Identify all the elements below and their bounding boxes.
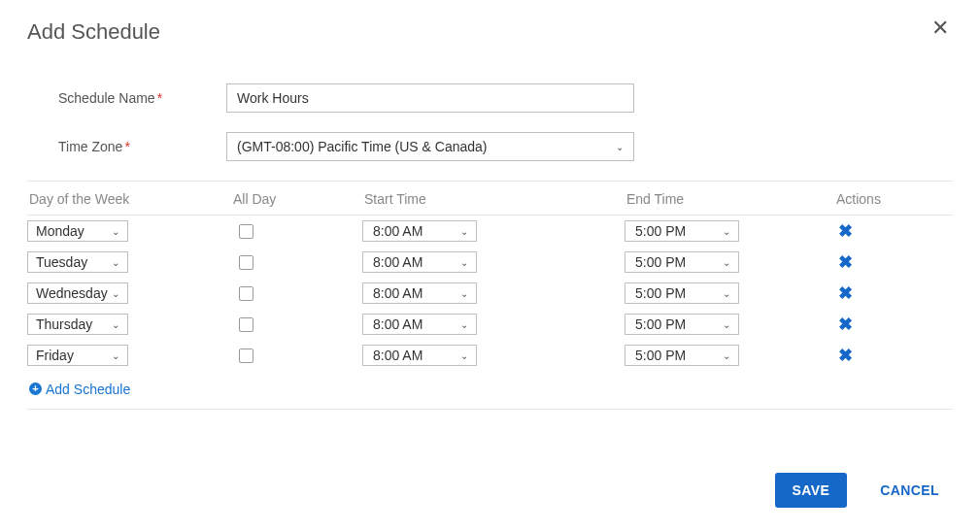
start-time-value: 8:00 AM xyxy=(371,316,422,332)
start-time-select[interactable]: 8:00 AM⌄ xyxy=(362,220,477,242)
table-row: Thursday⌄8:00 AM⌄5:00 PM⌄✖ xyxy=(27,309,953,340)
time-zone-row: Time Zone* (GMT-08:00) Pacific Time (US … xyxy=(27,132,953,161)
chevron-down-icon: ⌄ xyxy=(112,288,119,299)
time-zone-label: Time Zone* xyxy=(27,139,226,154)
start-time-select[interactable]: 8:00 AM⌄ xyxy=(362,251,477,273)
end-time-select[interactable]: 5:00 PM⌄ xyxy=(625,345,739,366)
grid-header-row: Day of the Week All Day Start Time End T… xyxy=(27,182,953,216)
end-time-value: 5:00 PM xyxy=(633,254,686,270)
chevron-down-icon: ⌄ xyxy=(460,288,468,299)
start-time-value: 8:00 AM xyxy=(371,348,422,363)
grid-body: Monday⌄8:00 AM⌄5:00 PM⌄✖Tuesday⌄8:00 AM⌄… xyxy=(27,216,953,371)
table-row: Wednesday⌄8:00 AM⌄5:00 PM⌄✖ xyxy=(27,278,953,309)
all-day-checkbox[interactable] xyxy=(239,255,253,270)
end-time-select[interactable]: 5:00 PM⌄ xyxy=(625,220,739,242)
end-time-select[interactable]: 5:00 PM⌄ xyxy=(625,314,739,335)
add-schedule-link-label: Add Schedule xyxy=(46,382,130,397)
cancel-button[interactable]: CANCEL xyxy=(874,481,945,499)
end-time-select[interactable]: 5:00 PM⌄ xyxy=(625,251,739,273)
all-day-checkbox[interactable] xyxy=(239,348,253,363)
add-link-row: + Add Schedule xyxy=(27,371,953,410)
end-time-value: 5:00 PM xyxy=(633,223,686,239)
day-select-value: Thursday xyxy=(36,316,92,332)
chevron-down-icon: ⌄ xyxy=(723,350,730,361)
day-select-value: Friday xyxy=(36,348,74,363)
all-day-checkbox[interactable] xyxy=(239,286,253,301)
chevron-down-icon: ⌄ xyxy=(112,257,119,268)
day-select[interactable]: Monday⌄ xyxy=(27,220,128,242)
dialog-footer: SAVE CANCEL xyxy=(775,473,945,508)
chevron-down-icon: ⌄ xyxy=(112,350,119,361)
chevron-down-icon: ⌄ xyxy=(723,319,730,330)
save-button[interactable]: SAVE xyxy=(775,473,848,508)
start-time-select[interactable]: 8:00 AM⌄ xyxy=(362,282,477,304)
add-schedule-link[interactable]: + Add Schedule xyxy=(29,382,130,397)
chevron-down-icon: ⌄ xyxy=(112,319,119,330)
col-header-all-day: All Day xyxy=(233,191,364,207)
chevron-down-icon: ⌄ xyxy=(460,257,468,268)
time-zone-select[interactable]: (GMT-08:00) Pacific Time (US & Canada) ⌄ xyxy=(226,132,634,161)
remove-row-icon[interactable]: ✖ xyxy=(828,283,853,303)
col-header-actions: Actions xyxy=(830,191,953,207)
schedule-name-input[interactable] xyxy=(226,83,634,113)
chevron-down-icon: ⌄ xyxy=(112,226,119,237)
start-time-select[interactable]: 8:00 AM⌄ xyxy=(362,314,477,335)
schedule-name-label: Schedule Name* xyxy=(27,90,226,106)
table-row: Friday⌄8:00 AM⌄5:00 PM⌄✖ xyxy=(27,340,953,371)
day-select-value: Monday xyxy=(36,223,84,239)
required-icon: * xyxy=(157,90,162,106)
plus-circle-icon: + xyxy=(29,382,42,395)
chevron-down-icon: ⌄ xyxy=(723,288,730,299)
dialog-title: Add Schedule xyxy=(27,19,160,45)
remove-row-icon[interactable]: ✖ xyxy=(828,346,853,365)
end-time-value: 5:00 PM xyxy=(633,316,686,332)
required-icon: * xyxy=(124,139,129,154)
chevron-down-icon: ⌄ xyxy=(616,142,624,152)
all-day-checkbox[interactable] xyxy=(239,224,253,239)
time-zone-label-text: Time Zone xyxy=(58,139,122,154)
start-time-select[interactable]: 8:00 AM⌄ xyxy=(362,345,477,366)
all-day-checkbox[interactable] xyxy=(239,317,253,332)
remove-row-icon[interactable]: ✖ xyxy=(828,221,853,241)
day-select[interactable]: Tuesday⌄ xyxy=(27,251,128,273)
schedule-name-row: Schedule Name* xyxy=(27,83,953,113)
close-icon[interactable]: ✕ xyxy=(928,16,953,41)
day-select-value: Tuesday xyxy=(36,254,87,270)
chevron-down-icon: ⌄ xyxy=(723,257,730,268)
day-select[interactable]: Thursday⌄ xyxy=(27,314,128,335)
day-select[interactable]: Wednesday⌄ xyxy=(27,282,128,304)
start-time-value: 8:00 AM xyxy=(371,285,422,301)
schedule-name-label-text: Schedule Name xyxy=(58,90,155,106)
end-time-value: 5:00 PM xyxy=(633,285,686,301)
col-header-start: Start Time xyxy=(364,191,626,207)
col-header-end: End Time xyxy=(626,191,830,207)
dialog-header: Add Schedule ✕ xyxy=(27,16,953,45)
add-schedule-dialog: Add Schedule ✕ Schedule Name* Time Zone*… xyxy=(0,0,980,531)
chevron-down-icon: ⌄ xyxy=(460,226,468,237)
table-row: Monday⌄8:00 AM⌄5:00 PM⌄✖ xyxy=(27,216,953,247)
start-time-value: 8:00 AM xyxy=(371,223,422,239)
time-zone-value: (GMT-08:00) Pacific Time (US & Canada) xyxy=(237,139,488,154)
remove-row-icon[interactable]: ✖ xyxy=(828,315,853,334)
start-time-value: 8:00 AM xyxy=(371,254,422,270)
form-area: Schedule Name* Time Zone* (GMT-08:00) Pa… xyxy=(27,83,953,410)
chevron-down-icon: ⌄ xyxy=(460,350,468,361)
remove-row-icon[interactable]: ✖ xyxy=(828,252,853,272)
chevron-down-icon: ⌄ xyxy=(460,319,468,330)
chevron-down-icon: ⌄ xyxy=(723,226,730,237)
end-time-select[interactable]: 5:00 PM⌄ xyxy=(625,282,739,304)
day-select-value: Wednesday xyxy=(36,285,108,301)
end-time-value: 5:00 PM xyxy=(633,348,686,363)
table-row: Tuesday⌄8:00 AM⌄5:00 PM⌄✖ xyxy=(27,247,953,278)
col-header-day: Day of the Week xyxy=(29,191,233,207)
day-select[interactable]: Friday⌄ xyxy=(27,345,128,366)
